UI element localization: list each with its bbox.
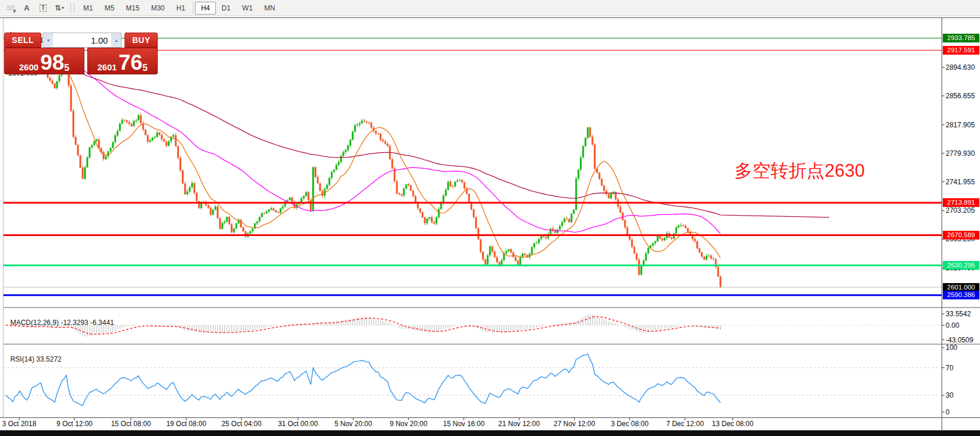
- buy-pips: 76: [119, 53, 143, 72]
- one-click-trading-panel: SELL ▼ ▲ BUY 2600 98 5 2601 76 5: [4, 33, 158, 74]
- volume-increase-button[interactable]: ▲: [111, 33, 121, 47]
- volume-decrease-button[interactable]: ▼: [43, 33, 53, 47]
- buy-price-display[interactable]: 2601 76 5: [87, 48, 158, 74]
- volume-input[interactable]: [53, 33, 111, 47]
- sell-button[interactable]: SELL: [4, 33, 41, 48]
- sell-big-figure: 2600: [19, 62, 38, 72]
- buy-pipette: 5: [143, 64, 148, 72]
- sell-pipette: 5: [64, 64, 69, 72]
- buy-button[interactable]: BUY: [125, 33, 158, 48]
- macd-indicator-label: MACD(12,26,9) -12.3293 -6.3441: [6, 310, 114, 327]
- sell-price-display[interactable]: 2600 98 5: [4, 48, 84, 74]
- volume-spinner: ▼ ▲: [42, 33, 122, 48]
- rsi-indicator-label: RSI(14) 33.5272: [6, 347, 62, 363]
- sell-pips: 98: [40, 53, 64, 72]
- buy-big-figure: 2601: [97, 62, 116, 72]
- chart-annotation-text: 多空转折点2630: [734, 159, 865, 183]
